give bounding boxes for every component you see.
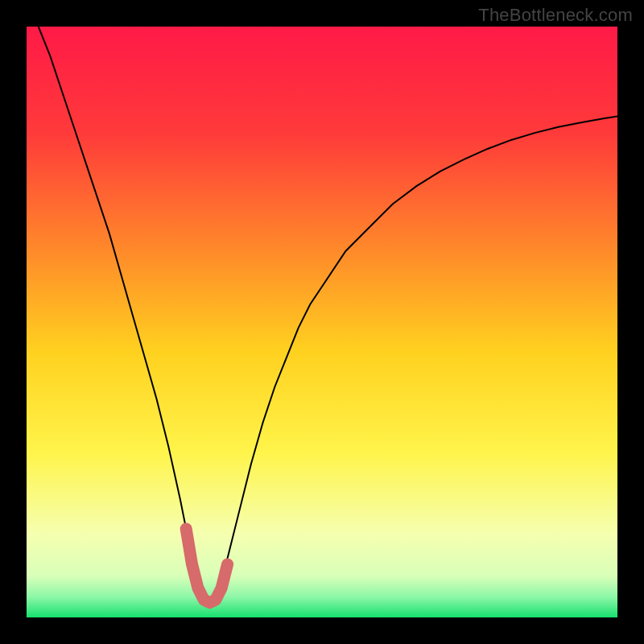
plot-area — [27, 27, 617, 617]
chart-frame: TheBottleneck.com — [0, 0, 644, 644]
chart-svg — [27, 27, 617, 617]
watermark-text: TheBottleneck.com — [478, 5, 633, 26]
gradient-background — [27, 27, 617, 617]
